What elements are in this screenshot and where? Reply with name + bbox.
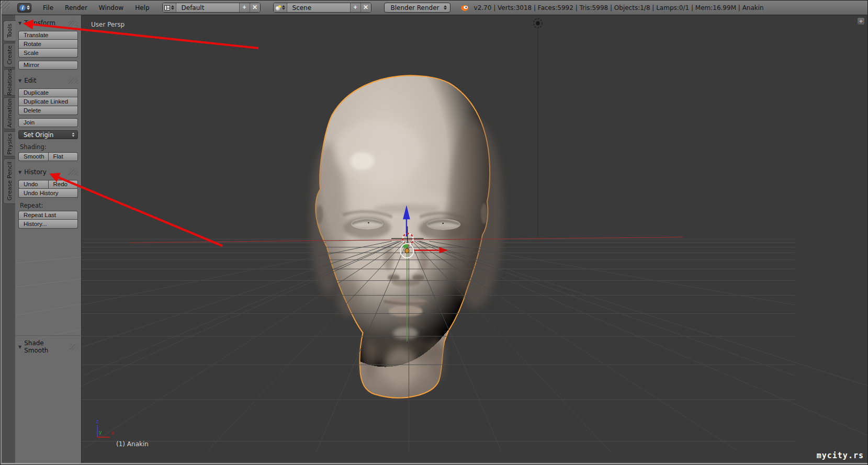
viewport-canvas: z x y bbox=[82, 15, 867, 465]
undo-button[interactable]: Undo bbox=[18, 180, 48, 189]
shade-smooth-button[interactable]: Smooth bbox=[18, 152, 48, 161]
region-expand-button[interactable]: + bbox=[857, 17, 865, 25]
render-engine-selector[interactable]: Blender Render bbox=[384, 3, 450, 13]
blender-window: i File Render Window Help Default + ✕ Sc… bbox=[0, 0, 868, 465]
panel-header-history[interactable]: ▼ History bbox=[18, 168, 78, 176]
scene-selector[interactable]: Scene + ✕ bbox=[273, 3, 371, 13]
editor-type-button[interactable]: i bbox=[17, 3, 31, 13]
repeat-label: Repeat: bbox=[20, 202, 78, 209]
chevron-updown-icon bbox=[72, 132, 75, 137]
head-model bbox=[311, 75, 503, 398]
tab-create[interactable]: Create bbox=[3, 43, 15, 67]
duplicate-linked-button[interactable]: Duplicate Linked bbox=[18, 97, 78, 106]
axis-y-label: y bbox=[99, 429, 102, 435]
shade-flat-button[interactable]: Flat bbox=[48, 152, 78, 161]
rotate-button[interactable]: Rotate bbox=[18, 40, 78, 49]
panel-drag-icon[interactable] bbox=[69, 78, 78, 84]
engine-name: Blender Render bbox=[391, 4, 439, 12]
menu-render[interactable]: Render bbox=[65, 4, 87, 12]
undo-history-button[interactable]: Undo History bbox=[18, 189, 78, 198]
scene-statistics: v2.70 | Verts:3018 | Faces:5992 | Tris:5… bbox=[474, 4, 764, 12]
shelf-transparency-gridlines bbox=[15, 231, 82, 346]
tool-shelf: ▼ Transform Translate Rotate Scale Mirro… bbox=[15, 15, 82, 465]
panel-header-shade-smooth[interactable]: ▼ Shade Smooth bbox=[18, 339, 78, 354]
info-icon: i bbox=[19, 5, 26, 11]
window-corner-grip[interactable] bbox=[1, 1, 10, 10]
blender-logo-icon bbox=[460, 3, 469, 12]
collapse-triangle-icon: ▼ bbox=[18, 345, 21, 349]
chevron-updown-icon bbox=[27, 5, 30, 10]
join-button[interactable]: Join bbox=[18, 118, 78, 127]
shading-label: Shading: bbox=[20, 143, 78, 151]
panel-drag-icon[interactable] bbox=[69, 20, 78, 26]
scene-close-button[interactable]: ✕ bbox=[360, 3, 371, 12]
window-edge-bottom bbox=[1, 463, 867, 464]
repeat-last-button[interactable]: Repeat Last bbox=[18, 211, 78, 220]
collapse-triangle-icon: ▼ bbox=[18, 170, 21, 175]
axis-z-label: z bbox=[96, 417, 98, 424]
set-origin-dropdown[interactable]: Set Origin bbox=[18, 130, 78, 139]
menu-file[interactable]: File bbox=[43, 4, 53, 12]
info-header: i File Render Window Help Default + ✕ Sc… bbox=[1, 1, 867, 15]
history-dialog-button[interactable]: History... bbox=[18, 220, 78, 229]
mirror-button[interactable]: Mirror bbox=[18, 61, 78, 70]
toolshelf-tab-strip: Tools Create Relations Animation Physics… bbox=[2, 15, 15, 465]
scene-icon bbox=[274, 3, 287, 12]
viewport-3d[interactable]: z x y User Persp (1) Anakin + bbox=[82, 15, 867, 465]
scene-add-button[interactable]: + bbox=[350, 3, 360, 12]
view-name-label: User Persp bbox=[91, 21, 125, 28]
watermark: mycity.rs bbox=[817, 451, 864, 460]
window-edge-left bbox=[1, 1, 2, 464]
tab-tools[interactable]: Tools bbox=[3, 20, 16, 41]
layout-name[interactable]: Default bbox=[176, 3, 239, 12]
tab-physics[interactable]: Physics bbox=[3, 131, 15, 156]
chevron-updown-icon bbox=[444, 5, 447, 10]
tab-relations[interactable]: Relations bbox=[3, 69, 15, 96]
scale-button[interactable]: Scale bbox=[18, 49, 78, 58]
axis-x-label: x bbox=[111, 429, 114, 436]
duplicate-button[interactable]: Duplicate bbox=[18, 88, 78, 97]
layout-icon bbox=[163, 3, 176, 12]
object-origin-dot bbox=[405, 248, 409, 253]
lamp-object-icon[interactable] bbox=[534, 19, 542, 28]
panel-header-transform[interactable]: ▼ Transform bbox=[18, 19, 78, 27]
scene-name[interactable]: Scene bbox=[287, 3, 350, 12]
menu-help[interactable]: Help bbox=[135, 4, 149, 12]
active-object-label: (1) Anakin bbox=[116, 440, 149, 448]
layout-add-button[interactable]: + bbox=[239, 3, 250, 12]
panel-header-edit[interactable]: ▼ Edit bbox=[18, 77, 78, 84]
redo-button[interactable]: Redo bbox=[48, 180, 78, 189]
collapse-triangle-icon: ▼ bbox=[18, 21, 21, 26]
collapse-triangle-icon: ▼ bbox=[18, 78, 21, 83]
delete-button[interactable]: Delete bbox=[18, 106, 78, 115]
tab-grease-pencil[interactable]: Grease Pencil bbox=[3, 158, 15, 204]
panel-drag-icon[interactable] bbox=[69, 169, 78, 175]
menu-window[interactable]: Window bbox=[99, 4, 123, 12]
layout-close-button[interactable]: ✕ bbox=[250, 3, 260, 12]
panel-drag-icon[interactable] bbox=[70, 344, 78, 350]
translate-button[interactable]: Translate bbox=[18, 31, 78, 40]
operator-redo-panel: ▼ Shade Smooth bbox=[15, 335, 82, 358]
screen-layout-selector[interactable]: Default + ✕ bbox=[162, 3, 261, 13]
tab-animation[interactable]: Animation bbox=[3, 97, 15, 129]
